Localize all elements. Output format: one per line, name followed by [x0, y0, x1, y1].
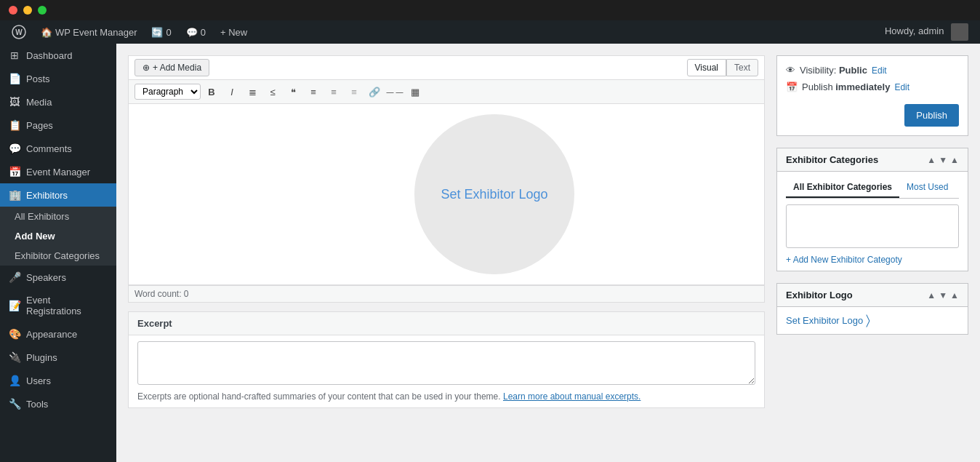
sidebar-item-label: Exhibitors [26, 190, 68, 201]
exhibitor-categories-body: All Exhibitor Categories Most Used + Add… [777, 172, 968, 271]
cursor-hand-icon: 〉 [866, 313, 870, 328]
sidebar-item-event-manager[interactable]: 📅 Event Manager [0, 160, 116, 183]
logo-chevron-up-icon[interactable]: ▲ [927, 290, 936, 300]
sidebar-item-label: Tools [26, 399, 48, 410]
metabox-controls: ▲ ▼ ▲ [927, 155, 959, 165]
sidebar-item-label: Posts [26, 73, 50, 84]
italic-button[interactable]: I [222, 83, 241, 100]
category-list[interactable] [786, 204, 959, 248]
tools-icon: 🔧 [9, 398, 20, 410]
app-layout: ⊞ Dashboard 📄 Posts 🖼 Media 📋 Pages 💬 Co… [0, 44, 980, 462]
visibility-edit-link[interactable]: Edit [872, 65, 887, 76]
sidebar-item-appearance[interactable]: 🎨 Appearance [0, 322, 116, 346]
set-logo-link[interactable]: Set Exhibitor Logo 〉 [786, 313, 959, 328]
sidebar: ⊞ Dashboard 📄 Posts 🖼 Media 📋 Pages 💬 Co… [0, 44, 116, 462]
appearance-icon: 🎨 [9, 328, 20, 340]
most-used-tab[interactable]: Most Used [899, 178, 955, 198]
sidebar-item-all-exhibitors[interactable]: All Exhibitors [0, 207, 116, 226]
excerpt-note: Excerpts are optional hand-crafted summa… [137, 391, 755, 402]
sidebar-item-exhibitors[interactable]: 🏢 Exhibitors [0, 183, 116, 207]
exhibitors-submenu: All Exhibitors Add New Exhibitor Categor… [0, 207, 116, 266]
sidebar-item-add-new[interactable]: Add New [0, 226, 116, 246]
comments-icon: 💬 [186, 27, 198, 38]
wp-logo-icon: W [12, 25, 26, 39]
collapse-icon[interactable]: ▲ [950, 155, 959, 165]
sidebar-item-label: Media [26, 97, 52, 108]
logo-collapse-icon[interactable]: ▲ [950, 290, 959, 300]
publish-time-edit-link[interactable]: Edit [894, 82, 909, 92]
update-icon: 🔄 [151, 27, 163, 38]
sidebar-item-label: Pages [26, 120, 53, 131]
sidebar-item-users[interactable]: 👤 Users [0, 369, 116, 392]
traffic-light-yellow[interactable] [23, 6, 32, 15]
bullet-list-button[interactable]: ≣ [243, 83, 262, 100]
add-new-category-link[interactable]: + Add New Exhibitor Categoty [786, 255, 902, 265]
sidebar-item-comments[interactable]: 💬 Comments [0, 137, 116, 160]
editor-body[interactable]: Set Exhibitor Logo [128, 103, 765, 285]
blockquote-button[interactable]: ❝ [284, 83, 302, 100]
all-categories-label: All Exhibitor Categories [793, 182, 892, 192]
sidebar-item-label: Plugins [26, 352, 57, 363]
link-button[interactable]: 🔗 [365, 83, 384, 100]
chevron-up-icon[interactable]: ▲ [927, 155, 936, 165]
exhibitor-logo-title: Exhibitor Logo [786, 290, 853, 300]
traffic-light-red[interactable] [9, 6, 17, 15]
eye-icon: 👁 [786, 65, 795, 76]
publish-button[interactable]: Publish [904, 104, 959, 127]
text-tab[interactable]: Text [726, 59, 758, 76]
sidebar-item-label: Speakers [26, 272, 66, 283]
calendar-icon: 📅 [786, 81, 798, 92]
users-icon: 👤 [9, 375, 20, 386]
editor-area: ⊕ + Add Media Visual Text [116, 44, 776, 462]
publish-metabox: 👁 Visibility: Public Edit 📅 Publish imme… [776, 55, 968, 136]
site-name-link[interactable]: 🏠 WP Event Manager [35, 20, 142, 44]
admin-bar-left: W 🏠 WP Event Manager 🔄 0 💬 0 + New [6, 20, 253, 44]
sidebar-item-posts[interactable]: 📄 Posts [0, 67, 116, 90]
publish-time-row: 📅 Publish immediately Edit [786, 79, 959, 95]
most-used-label: Most Used [907, 182, 948, 192]
align-right-button[interactable]: ≡ [345, 83, 364, 100]
comments-link[interactable]: 💬 0 [180, 20, 212, 44]
right-sidebar: 👁 Visibility: Public Edit 📅 Publish imme… [776, 44, 980, 462]
sidebar-item-event-registrations[interactable]: 📝 Event Registrations [0, 289, 116, 322]
numbered-list-button[interactable]: ≤ [263, 83, 282, 100]
visual-text-tabs: Visual Text [687, 59, 758, 76]
sidebar-item-plugins[interactable]: 🔌 Plugins [0, 346, 116, 369]
add-media-button[interactable]: ⊕ + Add Media [134, 59, 209, 76]
home-icon: 🏠 [41, 27, 52, 38]
excerpt-title: Excerpt [129, 312, 764, 335]
excerpt-learn-more-link[interactable]: Learn more about manual excerpts. [503, 391, 640, 402]
set-exhibitor-logo-overlay[interactable]: Set Exhibitor Logo [414, 114, 574, 274]
all-categories-tab[interactable]: All Exhibitor Categories [786, 178, 899, 198]
chevron-down-icon[interactable]: ▼ [939, 155, 947, 165]
updates-count: 0 [166, 27, 171, 38]
visual-tab[interactable]: Visual [687, 59, 726, 76]
wp-logo-link[interactable]: W [6, 20, 32, 44]
exhibitor-categories-metabox: Exhibitor Categories ▲ ▼ ▲ All Exhibitor… [776, 148, 968, 271]
updates-link[interactable]: 🔄 0 [145, 20, 177, 44]
sidebar-item-label: Comments [26, 143, 72, 154]
sidebar-item-dashboard[interactable]: ⊞ Dashboard [0, 44, 116, 67]
sidebar-item-tools[interactable]: 🔧 Tools [0, 392, 116, 415]
paragraph-select[interactable]: Paragraph [134, 84, 201, 100]
format-toolbar: Paragraph B I ≣ ≤ ❝ ≡ ≡ ≡ 🔗 — — ▦ [128, 79, 765, 103]
new-link[interactable]: + New [214, 20, 253, 44]
excerpt-textarea[interactable] [137, 341, 755, 385]
table-button[interactable]: ▦ [406, 83, 425, 100]
sidebar-item-pages[interactable]: 📋 Pages [0, 113, 116, 137]
traffic-light-green[interactable] [38, 6, 47, 15]
event-manager-icon: 📅 [9, 166, 20, 178]
align-center-button[interactable]: ≡ [324, 83, 343, 100]
category-tabs: All Exhibitor Categories Most Used [786, 178, 959, 199]
more-link-button[interactable]: — — [385, 83, 404, 100]
sidebar-item-media[interactable]: 🖼 Media [0, 90, 116, 113]
align-left-button[interactable]: ≡ [304, 83, 323, 100]
sidebar-item-exhibitor-categories[interactable]: Exhibitor Categories [0, 246, 116, 266]
bold-button[interactable]: B [202, 83, 221, 100]
sidebar-item-speakers[interactable]: 🎤 Speakers [0, 266, 116, 289]
excerpt-body: Excerpts are optional hand-crafted summa… [129, 335, 764, 407]
plugins-icon: 🔌 [9, 351, 20, 363]
all-exhibitors-label: All Exhibitors [15, 211, 69, 222]
logo-chevron-down-icon[interactable]: ▼ [939, 290, 947, 300]
visual-tab-label: Visual [695, 63, 718, 73]
